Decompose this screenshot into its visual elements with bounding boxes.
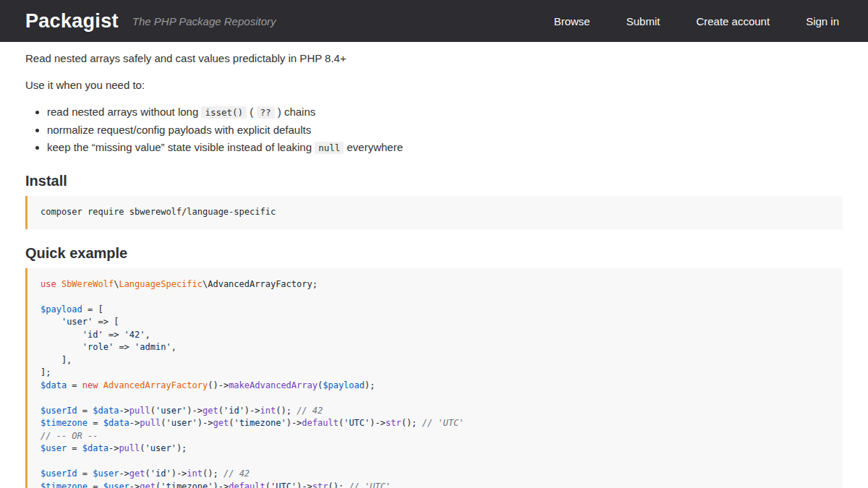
code-token: $user (93, 468, 119, 479)
code-token: 'id' (82, 330, 103, 340)
code-line: 'user' => [ (41, 316, 830, 329)
code-line: $userId = $data->pull('user')->get('id')… (41, 405, 830, 418)
inline-code: isset() (201, 106, 247, 119)
code-token: $timezone (41, 418, 88, 428)
code-token: pull (129, 406, 150, 416)
code-token: str (312, 481, 328, 488)
code-token: int (187, 468, 203, 479)
install-code-block: composer require sbwerewolf/language-spe… (25, 196, 843, 229)
list-item: read nested arrays without long isset() … (47, 103, 843, 121)
code-token: 'timezone' (161, 481, 213, 488)
packagist-logo[interactable]: Packagist (25, 10, 119, 33)
code-token: ( (140, 443, 145, 453)
code-token: pull (140, 418, 161, 428)
code-line (41, 291, 830, 304)
code-token: // 42 (297, 406, 323, 416)
code-token: , (171, 342, 176, 352)
code-line: $user = $data->pull('user'); (41, 442, 830, 455)
code-token: // 42 (224, 468, 250, 479)
nav-create-account[interactable]: Create account (678, 9, 788, 34)
code-token (56, 279, 61, 289)
code-token: )-> (197, 418, 213, 428)
code-token: -> (119, 406, 129, 416)
code-token: 'user' (145, 443, 176, 453)
code-token: $data (82, 443, 109, 453)
code-token: pull (119, 443, 140, 453)
intro-paragraph: Read nested arrays safely and cast value… (25, 51, 843, 65)
code-token: (); (203, 468, 224, 479)
code-line: 'id' => '42', (41, 329, 830, 342)
code-token: )-> (297, 481, 312, 488)
code-token: => (103, 330, 124, 340)
code-token: AdvancedArrayFactory (103, 380, 208, 390)
code-token: -> (109, 443, 119, 453)
code-token: 'UTC' (271, 481, 297, 488)
nav-sign-in[interactable]: Sign in (788, 9, 843, 34)
code-token: (); (401, 418, 422, 428)
code-token: )-> (244, 406, 260, 416)
list-item: normalize request/config payloads with e… (47, 121, 843, 139)
code-token: get (203, 406, 218, 416)
code-token: = (67, 443, 82, 453)
code-token: get (129, 468, 145, 479)
code-token: )-> (286, 418, 302, 428)
code-token: get (140, 481, 156, 488)
code-token: 'role' (82, 342, 114, 352)
code-token: 'id' (150, 468, 171, 479)
code-line: ]; (41, 367, 830, 380)
code-token: 'UTC' (344, 418, 370, 428)
site-tagline: The PHP Package Repository (132, 15, 276, 27)
code-token: (); (276, 406, 297, 416)
code-token: 'user' (166, 418, 197, 428)
code-token: = [ (82, 304, 103, 314)
code-line: $timezone = $user->get('timezone')->defa… (41, 481, 830, 488)
code-token: // 'UTC' (422, 418, 464, 428)
readme-content: Read nested arrays safely and cast value… (0, 51, 868, 488)
code-token: -> (119, 468, 129, 479)
code-token: int (260, 406, 276, 416)
code-token: str (386, 418, 401, 428)
code-token: default (229, 481, 265, 488)
code-token: )-> (370, 418, 386, 428)
code-token: '42' (124, 330, 145, 340)
use-when-paragraph: Use it when you need to: (25, 78, 843, 92)
code-token: ]; (41, 367, 51, 377)
code-token: => [ (93, 317, 119, 327)
code-token: new (82, 380, 98, 390)
code-token: )-> (171, 468, 187, 479)
code-token: ( (218, 406, 224, 416)
code-token: LanguageSpecific (119, 279, 203, 289)
code-token: -> (129, 481, 140, 488)
code-token: ); (365, 380, 375, 390)
code-token: = (88, 481, 103, 488)
code-token: get (213, 418, 229, 428)
code-token: $user (103, 481, 129, 488)
example-heading: Quick example (25, 244, 843, 262)
code-token: ); (176, 443, 187, 453)
code-token: 'admin' (135, 342, 171, 352)
code-token: ( (150, 406, 156, 416)
site-header: Packagist The PHP Package Repository Bro… (0, 0, 868, 42)
code-token (41, 342, 82, 352)
code-token: $data (41, 380, 67, 390)
code-token: => (114, 342, 135, 352)
install-heading: Install (25, 172, 843, 189)
code-line: $userId = $user->get('id')->int(); // 42 (41, 468, 830, 481)
code-token: (); (328, 481, 349, 488)
code-token: 'id' (224, 406, 244, 416)
code-token: )-> (187, 406, 203, 416)
code-token: default (302, 418, 339, 428)
feature-list: read nested arrays without long isset() … (25, 103, 843, 157)
code-token: 'user' (156, 406, 187, 416)
code-token: , (145, 330, 150, 340)
nav-browse[interactable]: Browse (536, 9, 608, 34)
code-line: $payload = [ (41, 304, 830, 317)
code-token: use (41, 279, 56, 289)
code-token: $data (103, 418, 129, 428)
code-token: 'timezone' (234, 418, 286, 428)
code-line: $timezone = $data->pull('user')->get('ti… (41, 417, 830, 430)
code-token: -> (129, 418, 140, 428)
code-token: makeAdvancedArray (229, 380, 318, 390)
code-token: ], (41, 355, 72, 365)
nav-submit[interactable]: Submit (608, 9, 678, 34)
